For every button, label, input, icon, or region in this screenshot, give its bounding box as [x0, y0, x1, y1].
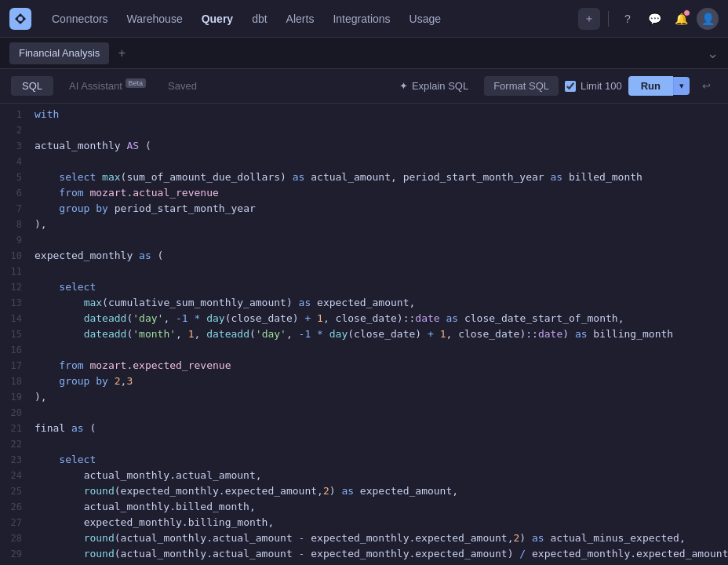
nav-query[interactable]: Query [194, 9, 241, 29]
chat-button[interactable]: 💬 [643, 8, 665, 30]
code-line-21: 21 final as ( [0, 421, 728, 436]
add-button[interactable]: ＋ [578, 8, 600, 30]
run-button-group: Run ▾ [628, 76, 690, 96]
code-line-20: 20 [0, 405, 728, 421]
code-line-5: 5 select max(sum_of_amount_due_dollars) … [0, 170, 728, 185]
limit-label: Limit 100 [581, 80, 622, 92]
code-line-7: 7 group by period_start_month_year [0, 201, 728, 217]
code-editor[interactable]: 1 with 2 3 actual_monthly AS ( 4 5 selec… [0, 104, 728, 565]
explain-label: Explain SQL [412, 80, 468, 92]
limit-checkbox-label[interactable]: Limit 100 [565, 80, 622, 92]
code-line-9: 9 [0, 232, 728, 248]
code-line-26: 26 actual_monthly.billed_month, [0, 499, 728, 515]
nav-connectors[interactable]: Connectors [44, 9, 116, 29]
top-nav: Connectors Warehouse Query dbt Alerts In… [0, 0, 728, 38]
code-line-23: 23 select [0, 452, 728, 468]
code-line-30: 30 from actual_monthly [0, 562, 728, 565]
code-line-25: 25 round(expected_monthly.expected_amoun… [0, 483, 728, 499]
code-line-17: 17 from mozart.expected_revenue [0, 358, 728, 374]
explain-sql-button[interactable]: ✦ Explain SQL [390, 76, 478, 96]
saved-indicator: Saved [162, 76, 203, 96]
wrap-button[interactable]: ↩ [696, 76, 717, 96]
notification-button[interactable]: 🔔 [670, 8, 692, 30]
toolbar-right: ✦ Explain SQL Format SQL Limit 100 Run ▾… [390, 76, 717, 96]
logo[interactable] [9, 8, 31, 30]
ai-assistant-label: AI Assistant [69, 81, 122, 93]
code-line-14: 14 dateadd('day', -1 * day(close_date) +… [0, 311, 728, 326]
code-line-29: 29 round(actual_monthly.actual_amount - … [0, 546, 728, 562]
nav-warehouse[interactable]: Warehouse [119, 9, 191, 29]
code-line-28: 28 round(actual_monthly.actual_amount - … [0, 530, 728, 546]
code-line-4: 4 [0, 154, 728, 170]
tab-label: Financial Analysis [19, 47, 100, 59]
code-line-18: 18 group by 2,3 [0, 374, 728, 389]
code-line-6: 6 from mozart.actual_revenue [0, 185, 728, 201]
code-line-22: 22 [0, 436, 728, 452]
explain-icon: ✦ [399, 80, 408, 92]
code-line-24: 24 actual_monthly.actual_amount, [0, 468, 728, 483]
nav-right: ＋ ? 💬 🔔 👤 [578, 8, 719, 30]
code-line-16: 16 [0, 342, 728, 358]
nav-dbt[interactable]: dbt [244, 9, 275, 29]
add-tab-button[interactable]: + [112, 44, 131, 63]
nav-divider [608, 11, 609, 27]
financial-analysis-tab[interactable]: Financial Analysis [9, 42, 109, 64]
svg-point-1 [18, 16, 23, 21]
code-line-13: 13 max(cumulative_sum_monthly_amount) as… [0, 295, 728, 311]
run-button[interactable]: Run [628, 76, 673, 96]
account-button[interactable]: 👤 [697, 8, 719, 30]
code-line-8: 8 ), [0, 217, 728, 232]
code-line-1: 1 with [0, 107, 728, 122]
code-line-19: 19 ), [0, 389, 728, 405]
toolbar-left: SQL AI Assistant Beta Saved [11, 75, 203, 96]
run-dropdown-button[interactable]: ▾ [673, 77, 690, 95]
sql-tab-button[interactable]: SQL [11, 76, 53, 96]
nav-usage[interactable]: Usage [402, 9, 449, 29]
nav-alerts[interactable]: Alerts [278, 9, 322, 29]
code-line-27: 27 expected_monthly.billing_month, [0, 515, 728, 530]
nav-items: Connectors Warehouse Query dbt Alerts In… [44, 9, 578, 29]
code-line-15: 15 dateadd('month', 1, dateadd('day', -1… [0, 326, 728, 342]
format-sql-button[interactable]: Format SQL [484, 76, 559, 96]
code-line-3: 3 actual_monthly AS ( [0, 138, 728, 154]
code-line-2: 2 [0, 122, 728, 138]
code-line-11: 11 [0, 264, 728, 279]
limit-checkbox[interactable] [565, 81, 576, 92]
help-button[interactable]: ? [617, 8, 639, 30]
tab-bar: Financial Analysis + ⌄ [0, 38, 728, 69]
ai-assistant-tab-button[interactable]: AI Assistant Beta [58, 75, 157, 96]
code-line-10: 10 expected_monthly as ( [0, 248, 728, 264]
nav-integrations[interactable]: Integrations [325, 9, 398, 29]
collapse-tabs-button[interactable]: ⌄ [707, 45, 719, 62]
toolbar: SQL AI Assistant Beta Saved ✦ Explain SQ… [0, 69, 728, 104]
beta-badge: Beta [126, 78, 147, 88]
code-line-12: 12 select [0, 279, 728, 295]
